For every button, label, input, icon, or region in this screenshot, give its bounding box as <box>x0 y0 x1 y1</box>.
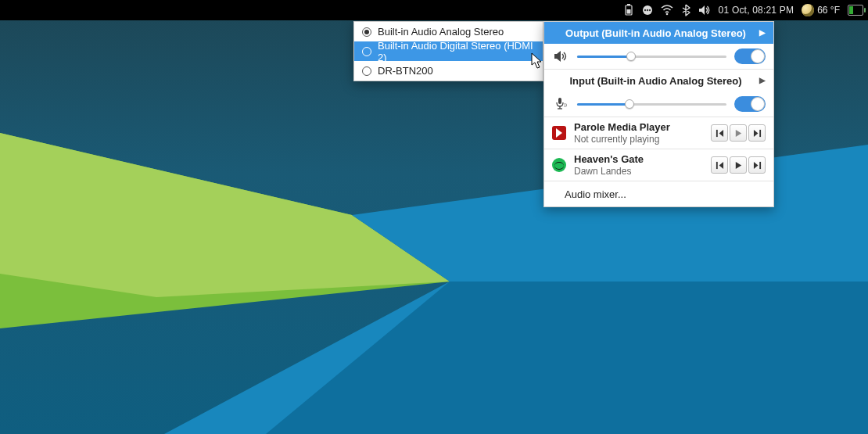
svg-point-10 <box>646 9 647 11</box>
input-volume-slider[interactable] <box>577 99 726 109</box>
speaker-icon <box>552 50 569 63</box>
input-header-label: Input (Built-in Audio Analog Stereo) <box>552 75 759 87</box>
track-info: Heaven's GateDawn Landes <box>574 153 703 177</box>
radio-icon <box>362 47 371 56</box>
temperature-label: 66 °F <box>817 5 840 16</box>
chevron-right-icon: ▶ <box>759 29 766 37</box>
media-player-row: Heaven's GateDawn Landes <box>544 149 773 181</box>
device-option[interactable]: Built-in Audio Digital Stereo (HDMI 2) <box>354 41 543 61</box>
device-option[interactable]: DR-BTN200 <box>354 61 543 81</box>
track-subtitle: Dawn Landes <box>574 166 703 177</box>
chevron-right-icon: ▶ <box>759 77 766 84</box>
svg-rect-18 <box>759 129 761 136</box>
svg-point-12 <box>665 13 668 16</box>
audio-menu: Output (Built-in Audio Analog Stereo) ▶ … <box>543 21 774 207</box>
prev-button[interactable] <box>711 156 728 174</box>
svg-rect-19 <box>716 161 717 168</box>
play-button[interactable] <box>730 124 747 142</box>
next-button[interactable] <box>748 124 766 142</box>
track-title: Heaven's Gate <box>574 153 703 166</box>
microphone-icon: )) <box>552 97 569 111</box>
device-label: Built-in Audio Digital Stereo (HDMI 2) <box>378 40 535 63</box>
output-header-label: Output (Built-in Audio Analog Stereo) <box>552 27 759 39</box>
prev-button[interactable] <box>711 124 728 142</box>
wifi-icon[interactable] <box>661 5 673 16</box>
svg-rect-20 <box>759 161 761 168</box>
svg-rect-13 <box>558 98 561 104</box>
output-toggle[interactable] <box>734 48 766 64</box>
input-toggle[interactable] <box>734 96 766 112</box>
parole-icon <box>552 126 566 140</box>
audio-mixer-label: Audio mixer... <box>565 188 626 200</box>
next-button[interactable] <box>748 156 766 174</box>
svg-rect-6 <box>627 4 630 5</box>
svg-point-9 <box>644 9 645 11</box>
input-volume-row: )) <box>544 91 773 117</box>
output-header[interactable]: Output (Built-in Audio Analog Stereo) ▶ <box>544 22 773 44</box>
audio-mixer-link[interactable]: Audio mixer... <box>544 181 773 206</box>
track-title: Parole Media Player <box>574 121 703 134</box>
play-button[interactable] <box>730 156 747 174</box>
spotify-icon <box>552 158 566 172</box>
clock[interactable]: 01 Oct, 08:21 PM <box>719 5 794 16</box>
track-subtitle: Not currently playing <box>574 134 703 145</box>
weather-widget[interactable]: 66 °F <box>802 4 840 16</box>
battery-end-icon[interactable] <box>848 5 863 16</box>
desktop: 01 Oct, 08:21 PM 66 °F Built-in Audio An… <box>0 0 868 434</box>
radio-icon <box>362 66 371 76</box>
output-volume-row <box>544 44 773 69</box>
battery-icon[interactable] <box>623 4 634 16</box>
svg-text:)): )) <box>564 102 567 107</box>
playback-controls <box>711 124 766 142</box>
weather-icon <box>802 4 814 16</box>
output-volume-slider[interactable] <box>577 51 726 62</box>
playback-controls <box>711 156 766 174</box>
input-header[interactable]: Input (Built-in Audio Analog Stereo) ▶ <box>544 70 773 91</box>
device-option[interactable]: Built-in Audio Analog Stereo <box>354 22 543 41</box>
volume-icon[interactable] <box>698 5 711 16</box>
svg-point-11 <box>648 9 650 11</box>
device-label: Built-in Audio Analog Stereo <box>378 26 504 38</box>
radio-icon <box>362 27 371 37</box>
media-player-row: Parole Media PlayerNot currently playing <box>544 117 773 149</box>
bluetooth-icon[interactable] <box>681 4 690 16</box>
svg-rect-17 <box>716 129 717 136</box>
track-info: Parole Media PlayerNot currently playing <box>574 121 703 145</box>
svg-rect-7 <box>626 9 630 14</box>
output-device-submenu: Built-in Audio Analog StereoBuilt-in Aud… <box>353 21 543 81</box>
device-label: DR-BTN200 <box>378 65 433 77</box>
top-panel: 01 Oct, 08:21 PM 66 °F <box>0 0 868 20</box>
menu-dots-icon[interactable] <box>642 5 653 16</box>
